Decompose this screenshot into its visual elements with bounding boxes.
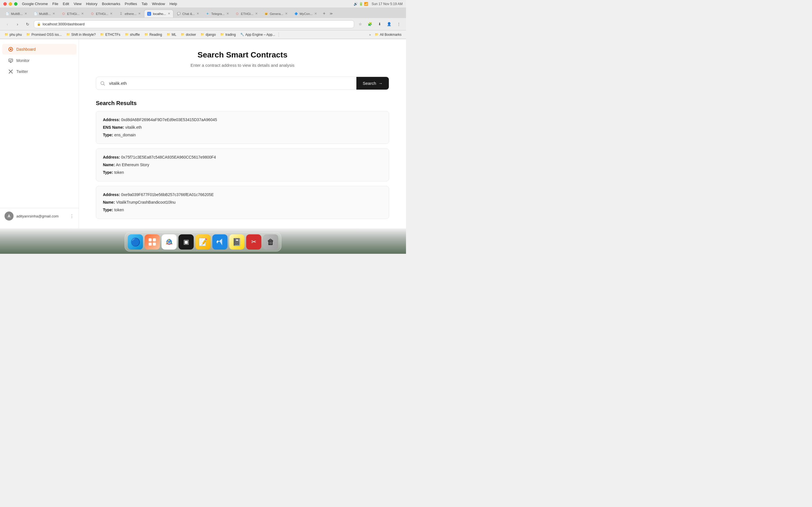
result-1-type-value: ens_domain bbox=[114, 133, 136, 137]
title-bar-right: 🔊 🔋 📶 Sun 17 Nov 5:19 AM bbox=[354, 2, 403, 6]
tab-5[interactable]: Ξ ethere... ✕ bbox=[116, 10, 144, 17]
minimize-button[interactable] bbox=[9, 2, 12, 6]
tab-4-close[interactable]: ✕ bbox=[110, 12, 112, 15]
menu-history[interactable]: History bbox=[86, 2, 97, 6]
tab-2-favicon: 📄 bbox=[34, 12, 38, 16]
menu-tab[interactable]: Tab bbox=[142, 2, 147, 6]
tab-2[interactable]: 📄 MultiB... ✕ bbox=[31, 10, 58, 17]
bookmark-trading[interactable]: 📁 trading bbox=[218, 32, 238, 37]
search-button[interactable]: Search → bbox=[356, 77, 389, 90]
tab-1[interactable]: 📄 MultiB... ✕ bbox=[2, 10, 30, 17]
search-input[interactable] bbox=[109, 77, 356, 90]
bookmark-trading-label: trading bbox=[225, 33, 236, 37]
tab-10[interactable]: 🐱 Genera... ✕ bbox=[261, 10, 291, 17]
forward-button[interactable]: › bbox=[13, 20, 21, 28]
dock-chrome[interactable] bbox=[161, 234, 177, 249]
dock-notes[interactable]: 📓 bbox=[229, 234, 245, 249]
bookmark-phu-phu-label: phu phu bbox=[10, 33, 22, 37]
tab-5-close[interactable]: ✕ bbox=[138, 12, 141, 15]
bookmark-promised-oss[interactable]: 📁 Promised OSS iss... bbox=[24, 32, 63, 37]
refresh-button[interactable]: ↻ bbox=[24, 20, 32, 28]
close-button[interactable] bbox=[3, 2, 7, 6]
bookmark-ml[interactable]: 📁 ML bbox=[165, 32, 178, 37]
tab-4-label: ETHGi... bbox=[96, 12, 108, 15]
back-button[interactable]: ‹ bbox=[3, 20, 11, 28]
svg-point-13 bbox=[168, 241, 170, 243]
tab-7-close[interactable]: ✕ bbox=[197, 12, 199, 15]
tab-11-close[interactable]: ✕ bbox=[314, 12, 317, 15]
extensions-button[interactable]: 🧩 bbox=[366, 20, 374, 28]
bookmark-all-bookmarks[interactable]: 📁 All Bookmarks bbox=[373, 32, 403, 37]
finder-icon: 🔵 bbox=[131, 237, 140, 247]
menu-bookmarks[interactable]: Bookmarks bbox=[102, 2, 120, 6]
user-menu-button[interactable]: ⋮ bbox=[70, 214, 74, 219]
bookmark-shuffle[interactable]: 📁 shuffle bbox=[123, 32, 142, 37]
tab-1-close[interactable]: ✕ bbox=[24, 12, 27, 15]
menu-view[interactable]: View bbox=[73, 2, 82, 6]
tab-4[interactable]: ⬡ ETHGi... ✕ bbox=[87, 10, 116, 17]
result-card-2[interactable]: Address: 0x75f71c3E5Ea87c548CA935EA960CC… bbox=[96, 149, 389, 181]
dock-retool[interactable]: ✂ bbox=[246, 234, 261, 249]
result-2-address-value: 0x75f71c3E5Ea87c548CA935EA960CC5617e9800… bbox=[121, 155, 216, 159]
result-1-secondary-value: vitalik.eth bbox=[125, 125, 142, 129]
menu-help[interactable]: Help bbox=[169, 2, 177, 6]
tab-3[interactable]: ⬡ ETHGi... ✕ bbox=[58, 10, 87, 17]
address-bar[interactable]: 🔒 localhost:3000/dashboard bbox=[34, 20, 354, 28]
bookmark-star-button[interactable]: ☆ bbox=[356, 20, 364, 28]
bookmark-phu-phu[interactable]: 📁 phu phu bbox=[3, 32, 23, 37]
tab-3-label: ETHGi... bbox=[67, 12, 80, 15]
menu-edit[interactable]: Edit bbox=[63, 2, 69, 6]
traffic-lights bbox=[3, 2, 17, 6]
result-card-1[interactable]: Address: 0xd8dA6BF26964aF9D7eEd9e03E5341… bbox=[96, 111, 389, 144]
tab-8[interactable]: ✈ Telegra... ✕ bbox=[202, 10, 232, 17]
trash-icon: 🗑 bbox=[267, 238, 274, 246]
bookmark-app-engine-icon: 🔧 bbox=[240, 33, 244, 36]
tab-3-close[interactable]: ✕ bbox=[81, 12, 84, 15]
result-1-type-label: Type: bbox=[103, 133, 113, 137]
dock-finder[interactable]: 🔵 bbox=[128, 234, 143, 249]
download-button[interactable]: ⬇ bbox=[375, 20, 384, 28]
bookmark-promised-oss-label: Promised OSS iss... bbox=[31, 33, 61, 37]
menu-window[interactable]: Window bbox=[152, 2, 165, 6]
dock-topnotch[interactable]: ▣ bbox=[179, 234, 194, 249]
bookmark-django[interactable]: 📁 django bbox=[199, 32, 217, 37]
bookmark-docker-label: docker bbox=[186, 33, 196, 37]
tab-9-close[interactable]: ✕ bbox=[255, 12, 258, 15]
bookmark-reading[interactable]: 📁 Reading bbox=[143, 32, 164, 37]
bookmark-app-engine[interactable]: 🔧 App Engine – App... bbox=[239, 32, 277, 37]
bookmark-docker[interactable]: 📁 docker bbox=[179, 32, 198, 37]
new-tab-button[interactable]: + bbox=[320, 10, 328, 17]
bookmark-shift[interactable]: 📁 Shift in lifestyle? bbox=[64, 32, 98, 37]
tab-2-close[interactable]: ✕ bbox=[52, 12, 55, 15]
tab-10-close[interactable]: ✕ bbox=[285, 12, 288, 15]
sidebar-item-dashboard-label: Dashboard bbox=[16, 47, 36, 52]
notes-icon: 📓 bbox=[232, 238, 241, 246]
result-card-3[interactable]: Address: 0xe9a039F677F01be56bB257c3766fE… bbox=[96, 186, 389, 219]
dock-stickies[interactable]: 📝 bbox=[195, 234, 211, 249]
bookmark-ethctfs[interactable]: 📁 ETHCTFs bbox=[98, 32, 122, 37]
tab-expand-button[interactable]: ≫ bbox=[329, 12, 333, 15]
sidebar-item-dashboard[interactable]: Dashboard bbox=[2, 44, 77, 55]
dock-vscode[interactable] bbox=[212, 234, 227, 249]
profile-button[interactable]: 👤 bbox=[385, 20, 393, 28]
tab-11[interactable]: 🔷 MyCon... ✕ bbox=[291, 10, 320, 17]
tab-8-close[interactable]: ✕ bbox=[226, 12, 229, 15]
dock-trash[interactable]: 🗑 bbox=[263, 234, 278, 249]
fullscreen-button[interactable] bbox=[14, 2, 17, 6]
tab-6-active[interactable]: L localho... ✕ bbox=[144, 10, 173, 17]
bookmark-docker-icon: 📁 bbox=[181, 33, 185, 36]
tab-7[interactable]: 💬 Chat &... ✕ bbox=[174, 10, 202, 17]
sidebar-item-monitor[interactable]: Monitor bbox=[2, 55, 77, 66]
dock-launchpad[interactable] bbox=[145, 234, 160, 249]
tab-bar: 📄 MultiB... ✕ 📄 MultiB... ✕ ⬡ ETHGi... ✕… bbox=[0, 8, 406, 18]
tab-7-label: Chat &... bbox=[183, 12, 195, 15]
sidebar-item-twitter[interactable]: Twitter bbox=[2, 66, 77, 76]
tab-6-close[interactable]: ✕ bbox=[168, 12, 170, 15]
menu-dots-button[interactable]: ⋮ bbox=[395, 20, 403, 28]
system-icons: 🔊 🔋 📶 bbox=[354, 2, 368, 6]
tab-9[interactable]: ⬡ ETHGi... ✕ bbox=[232, 10, 261, 17]
address-text: localhost:3000/dashboard bbox=[43, 22, 351, 26]
menu-profiles[interactable]: Profiles bbox=[125, 2, 137, 6]
menu-file[interactable]: File bbox=[52, 2, 58, 6]
bookmarks-more-button[interactable]: » bbox=[369, 33, 371, 36]
